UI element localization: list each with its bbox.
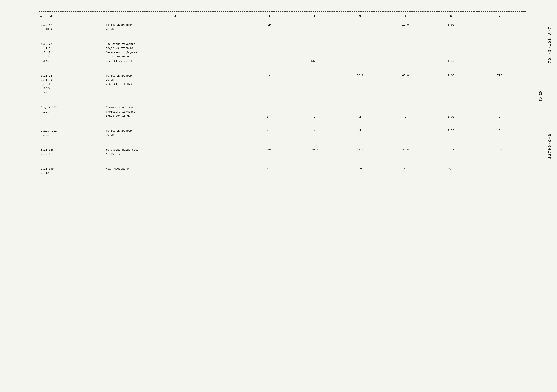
- row5-col7: 2,06: [428, 71, 474, 97]
- row3-col4: —: [292, 20, 337, 34]
- row5-col3: н: [247, 71, 292, 97]
- row7-col2: То же, диаметром 20 мм: [104, 126, 247, 140]
- table-header-row: 1 2 3 4 5 6: [39, 11, 525, 20]
- row8-col5: 34,3: [337, 145, 383, 159]
- row6-col7: I,02: [428, 103, 474, 121]
- main-table: 1 2 3 4 5 6: [39, 11, 525, 178]
- row3-col3: п.м.: [247, 20, 292, 34]
- row7-col8: 5: [474, 126, 525, 140]
- row4-col7: I,77: [428, 39, 474, 66]
- table-row: 4.23-72 30-IIа ц.Iч.I п.2427 п.554 Прокл…: [39, 39, 525, 66]
- row8-col8: I8I: [474, 145, 525, 159]
- header-col4: 4: [247, 11, 292, 20]
- row6-col8: 2: [474, 103, 525, 121]
- header-col6: 6: [337, 11, 383, 20]
- row7-col1: 7.ц.Iч.III п.I24: [39, 126, 104, 140]
- to-20-label: То 20: [539, 91, 542, 101]
- row9-col8: 4: [474, 164, 525, 178]
- row3-col6: I2,0: [383, 20, 428, 34]
- row9-col6: IO: [383, 164, 428, 178]
- header-col4-label: 4: [268, 14, 270, 18]
- table-row: 7.ц.Iч.III п.I24 То же, диаметром 20 мм …: [39, 126, 525, 140]
- row6-col4: 2: [292, 103, 337, 121]
- row3-col1: 3.23-47 30-10-а: [39, 20, 104, 34]
- row3-col5: —: [337, 20, 383, 34]
- header-col9: 9: [474, 11, 525, 20]
- row4-col3: н: [247, 39, 292, 66]
- row4-col1: 4.23-72 30-IIа ц.Iч.I п.2427 п.554: [39, 39, 104, 66]
- row7-col7: I,I5: [428, 126, 474, 140]
- header-col2-label: 2: [50, 14, 52, 18]
- header-col3-label: 3: [174, 14, 176, 18]
- header-col7: 7: [383, 11, 428, 20]
- row6-col1: 6.ц.Iч.III п.I23: [39, 103, 104, 121]
- header-col1-label: 1: [40, 14, 42, 18]
- header-col1: 1 2: [39, 11, 104, 20]
- row3-col2: То же, диаметром 25 мм: [104, 20, 247, 34]
- row6-col5: 2: [337, 103, 383, 121]
- header-col8: 8: [428, 11, 474, 20]
- row4-col8: —: [474, 39, 525, 66]
- page-container: 704-I-103 А-7 То 20 12796-0-3 1: [24, 0, 533, 189]
- row5-col5: 56,0: [337, 71, 383, 97]
- row3-col7: 0,96: [428, 20, 474, 34]
- row9-col7: 0,4: [428, 164, 474, 178]
- row4-col4: 56,0: [292, 39, 337, 66]
- table-row: 8.23-646 32-9-б Установка радиаторов М-1…: [39, 145, 525, 159]
- row8-col4: 29,4: [292, 145, 337, 159]
- row4-col6: —: [383, 39, 428, 66]
- table-row: 3.23-47 30-10-а То же, диаметром 25 мм п…: [39, 20, 525, 34]
- header-col5-label: 5: [314, 14, 316, 18]
- row4-col5: —: [337, 39, 383, 66]
- row5-col6: 65,0: [383, 71, 428, 97]
- header-col9-label: 9: [499, 14, 501, 18]
- row5-col8: II5: [474, 71, 525, 97]
- row7-col6: 4: [383, 126, 428, 140]
- row6-col3: шт.: [247, 103, 292, 121]
- table-wrapper: 704-I-103 А-7 То 20 12796-0-3 1: [39, 11, 525, 178]
- row9-col5: IO: [337, 164, 383, 178]
- row9-col1: 9.23-689 32-I2-г: [39, 164, 104, 178]
- row6-col6: 2: [383, 103, 428, 121]
- row5-col1: 5.23-72 30-II-а ц.Iч.I п.2427 п.557: [39, 71, 104, 97]
- doc-number-bottom: 12796-0-3: [548, 133, 552, 159]
- doc-number-top: 704-I-103 А-7: [548, 26, 552, 63]
- row7-col5: 4: [337, 126, 383, 140]
- row8-col2: Установка радиаторов М-140 А-0: [104, 145, 247, 159]
- row6-col2: Стоимость вентиля муфтового I5кч18бр диа…: [104, 103, 247, 121]
- header-col6-label: 6: [359, 14, 361, 18]
- row5-col2: То же, диаметром 70 мм 2,38-(I,39-I,07): [104, 71, 247, 97]
- header-col3: 3: [104, 11, 247, 20]
- row8-col6: 36,4: [383, 145, 428, 159]
- row4-col2: Прокладка трубопро- водов из стальных бе…: [104, 39, 247, 66]
- table-row: 6.ц.Iч.III п.I23 Стоимость вентиля муфто…: [39, 103, 525, 121]
- row3-col8: —: [474, 20, 525, 34]
- row8-col7: 5,29: [428, 145, 474, 159]
- row5-col4: —: [292, 71, 337, 97]
- header-col7-label: 7: [404, 14, 407, 18]
- row7-col3: шт.: [247, 126, 292, 140]
- row7-col4: 4: [292, 126, 337, 140]
- header-col5: 5: [292, 11, 337, 20]
- row8-col3: экм.: [247, 145, 292, 159]
- row9-col2: Кран Маевского: [104, 164, 247, 178]
- table-row: 5.23-72 30-II-а ц.Iч.I п.2427 п.557 То ж…: [39, 71, 525, 97]
- row8-col1: 8.23-646 32-9-б: [39, 145, 104, 159]
- header-col8-label: 8: [450, 14, 452, 18]
- row9-col3: шт.: [247, 164, 292, 178]
- table-row: 9.23-689 32-I2-г Кран Маевского шт. IO I…: [39, 164, 525, 178]
- row9-col4: IO: [292, 164, 337, 178]
